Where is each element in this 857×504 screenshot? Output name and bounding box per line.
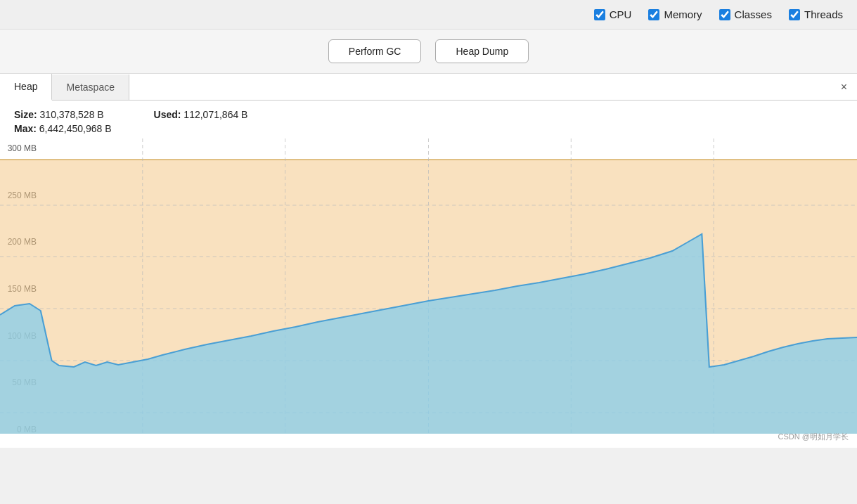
memory-checkbox[interactable] <box>648 9 659 20</box>
button-row: Perform GC Heap Dump <box>0 30 857 74</box>
threads-checkbox[interactable] <box>789 9 800 20</box>
max-label: Max: <box>14 123 37 134</box>
classes-checkbox[interactable] <box>719 9 730 20</box>
threads-checkbox-item[interactable]: Threads <box>789 8 843 20</box>
classes-label: Classes <box>735 8 772 20</box>
size-value: 310,378,528 B <box>40 109 104 120</box>
used-label: Used: <box>154 109 181 120</box>
heap-dump-button[interactable]: Heap Dump <box>435 39 529 63</box>
perform-gc-button[interactable]: Perform GC <box>328 39 422 63</box>
threads-label: Threads <box>804 8 843 20</box>
chart-container: 300 MB 250 MB 200 MB 150 MB 100 MB 50 MB… <box>0 138 857 448</box>
size-label: Size: <box>14 109 37 120</box>
size-stat: Size: 310,378,528 B <box>14 109 112 120</box>
used-value: 112,071,864 B <box>183 109 247 120</box>
memory-label: Memory <box>664 8 702 20</box>
cpu-checkbox-item[interactable]: CPU <box>594 8 632 20</box>
max-stat: Max: 6,442,450,968 B <box>14 123 112 134</box>
cpu-label: CPU <box>610 8 632 20</box>
toolbar: CPU Memory Classes Threads <box>0 0 857 30</box>
tabs-bar: Heap Metaspace × <box>0 74 857 101</box>
memory-chart <box>0 138 857 448</box>
stats-right: Used: 112,071,864 B <box>154 109 248 120</box>
stats-row: Size: 310,378,528 B Max: 6,442,450,968 B… <box>0 101 857 138</box>
memory-checkbox-item[interactable]: Memory <box>648 8 702 20</box>
watermark: CSDN @明如月学长 <box>778 432 849 442</box>
tab-close-button[interactable]: × <box>831 75 857 99</box>
max-value: 6,442,450,968 B <box>39 123 112 134</box>
cpu-checkbox[interactable] <box>594 9 605 20</box>
stats-left: Size: 310,378,528 B Max: 6,442,450,968 B <box>14 109 112 134</box>
classes-checkbox-item[interactable]: Classes <box>719 8 772 20</box>
tab-heap[interactable]: Heap <box>0 74 52 101</box>
used-stat: Used: 112,071,864 B <box>154 109 248 120</box>
tab-metaspace[interactable]: Metaspace <box>52 75 129 100</box>
